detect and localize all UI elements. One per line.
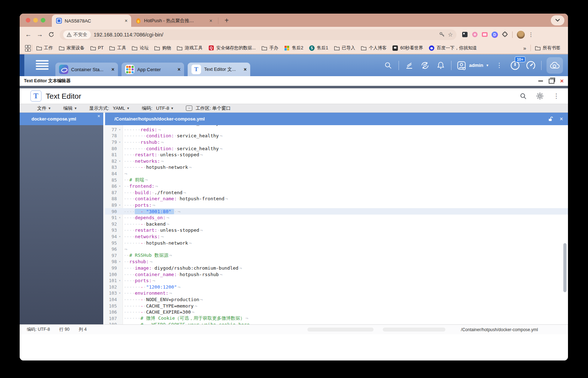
code-line-94[interactable]: 94▾····networks:¬ bbox=[105, 234, 568, 240]
backup-sync-icon[interactable] bbox=[420, 60, 430, 71]
code-line-100[interactable]: 100····container_name:·hotpush-rsshub¬ bbox=[105, 271, 568, 278]
menu-workspace[interactable]: ↔工作区: 单个窗口 bbox=[181, 105, 236, 112]
browser-tab-nas[interactable]: NAS5878AC × bbox=[52, 15, 131, 27]
line-number[interactable]: 94 bbox=[105, 234, 117, 239]
bookmarks-overflow-button[interactable]: » bbox=[520, 45, 529, 51]
pixel-extension-icon[interactable] bbox=[461, 31, 468, 38]
line-number[interactable]: 95 bbox=[105, 240, 117, 246]
code-line-89[interactable]: 89▾····ports:¬ bbox=[105, 202, 568, 208]
nas-tab-container-station[interactable]: Container Sta... × bbox=[55, 63, 118, 76]
close-window-button[interactable] bbox=[26, 18, 30, 23]
menu-file[interactable]: 文件▼ bbox=[32, 105, 56, 112]
fold-arrow-icon[interactable]: ▾ bbox=[117, 235, 123, 238]
line-number[interactable]: 104 bbox=[105, 297, 117, 302]
close-file-icon[interactable]: × bbox=[560, 116, 563, 122]
code-line-107[interactable]: 107······# 微博 Cookie（可选，用于获取更多微博数据）¬ bbox=[105, 315, 568, 321]
user-menu[interactable]: admin ▼ bbox=[456, 60, 489, 70]
bookmark-item[interactable]: 工作 bbox=[34, 44, 55, 52]
bookmark-item[interactable]: 已导入 bbox=[331, 44, 358, 52]
new-tab-button[interactable]: + bbox=[222, 16, 231, 25]
fold-arrow-icon[interactable]: ▾ bbox=[117, 141, 123, 144]
menu-display-mode[interactable]: 显示方式:YAML▼ bbox=[84, 105, 135, 112]
menu-encoding[interactable]: 编码:UTF-8▼ bbox=[137, 105, 179, 112]
fold-arrow-icon[interactable]: ▾ bbox=[117, 216, 123, 219]
menu-edit[interactable]: 编辑▼ bbox=[58, 105, 82, 112]
bookmark-star-icon[interactable]: ☆ bbox=[448, 31, 453, 38]
sidebar-file-tab[interactable]: docker-compose.yml × bbox=[20, 113, 103, 125]
browser-profile-avatar[interactable] bbox=[517, 31, 525, 39]
extensions-puzzle-icon[interactable] bbox=[501, 31, 508, 38]
line-number[interactable]: 85 bbox=[105, 177, 117, 183]
line-number[interactable]: 81 bbox=[105, 152, 117, 157]
fold-arrow-icon[interactable]: ▾ bbox=[117, 279, 123, 282]
close-tab-icon[interactable]: × bbox=[209, 18, 212, 24]
nas-tab-app-center[interactable]: App Center × bbox=[122, 63, 184, 76]
close-icon[interactable]: × bbox=[178, 67, 181, 72]
code-line-103[interactable]: 103▾····environment:¬ bbox=[105, 290, 568, 296]
more-options-icon[interactable]: ⋮ bbox=[494, 60, 505, 71]
maximize-icon[interactable] bbox=[549, 79, 554, 84]
code-line-101[interactable]: 101▾····ports:¬ bbox=[105, 278, 568, 284]
line-number[interactable]: 98 bbox=[105, 259, 117, 264]
bookmark-item[interactable]: 百度一下，你就知道 bbox=[426, 44, 480, 52]
file-path-tab[interactable]: /Container/hotpush/docker-compose.yml × bbox=[105, 113, 568, 125]
line-number[interactable]: 108 bbox=[105, 322, 117, 324]
line-number[interactable]: 92 bbox=[105, 221, 117, 227]
security-chip[interactable]: 不安全 bbox=[63, 30, 91, 39]
resource-monitor-icon[interactable]: 10+ bbox=[510, 60, 520, 71]
bookmark-item[interactable]: 手办 bbox=[259, 44, 281, 52]
bookmark-item[interactable]: S售后1 bbox=[306, 44, 331, 52]
editor-scrollbar-thumb[interactable] bbox=[563, 243, 567, 292]
unlock-icon[interactable] bbox=[548, 116, 553, 122]
line-number[interactable]: 87 bbox=[105, 190, 117, 195]
line-number[interactable]: 88 bbox=[105, 196, 117, 201]
close-icon[interactable]: × bbox=[560, 78, 564, 84]
fold-arrow-icon[interactable]: ▾ bbox=[117, 203, 123, 207]
editor-more-icon[interactable]: ⋮ bbox=[550, 90, 562, 102]
line-number[interactable]: 96 bbox=[105, 246, 117, 252]
code-line-108[interactable]: 108······# - WEIBO_COOKIE=your_weibo_coo… bbox=[105, 321, 568, 324]
code-line-97[interactable]: 97··# RSSHub 数据源¬ bbox=[105, 252, 568, 259]
bookmark-item[interactable]: PT bbox=[88, 44, 106, 52]
zoom-window-button[interactable] bbox=[41, 18, 45, 23]
bookmark-item[interactable]: 论坛 bbox=[129, 44, 151, 52]
bookmark-item[interactable]: 工具 bbox=[107, 44, 129, 52]
fold-arrow-icon[interactable]: ▾ bbox=[117, 159, 123, 163]
apps-grid-icon[interactable] bbox=[25, 45, 30, 51]
notifications-bell-icon[interactable] bbox=[435, 60, 446, 71]
bookmark-item[interactable]: 游戏工具 bbox=[174, 44, 205, 52]
line-number[interactable]: 102 bbox=[105, 284, 117, 290]
browser-menu-icon[interactable]: ⋮ bbox=[528, 31, 534, 38]
line-number[interactable]: 91 bbox=[105, 215, 117, 220]
code-line-77[interactable]: 77▾······redis:¬ bbox=[105, 127, 568, 133]
fold-arrow-icon[interactable]: ▾ bbox=[117, 185, 123, 188]
code-editor[interactable]: 76········condition:·service_healthy¬77▾… bbox=[105, 125, 568, 324]
forward-button[interactable]: → bbox=[35, 30, 45, 40]
url-text[interactable]: 192.168.100.114:7086/cgi-bin/ bbox=[94, 32, 436, 38]
myqnapcloud-icon[interactable] bbox=[547, 57, 563, 74]
all-bookmarks-button[interactable]: 所有书签 bbox=[532, 44, 563, 52]
code-line-91[interactable]: 91▾····depends_on:¬ bbox=[105, 215, 568, 221]
close-tab-icon[interactable]: × bbox=[125, 18, 128, 24]
code-line-80[interactable]: 80········condition:·service_healthy¬ bbox=[105, 145, 568, 152]
search-icon[interactable] bbox=[383, 60, 394, 71]
line-number[interactable]: 100 bbox=[105, 272, 117, 277]
code-line-82[interactable]: 82▾····networks:¬ bbox=[105, 158, 568, 165]
code-line-104[interactable]: 104······-·NODE_ENV=production¬ bbox=[105, 296, 568, 303]
code-line-90[interactable]: 90······-·"3001:80"··¬ bbox=[105, 208, 568, 215]
main-menu-icon[interactable] bbox=[36, 60, 49, 70]
minimize-window-button[interactable] bbox=[33, 18, 38, 23]
line-number[interactable]: 101 bbox=[105, 278, 117, 283]
flower-extension-icon[interactable] bbox=[471, 31, 478, 38]
line-number[interactable]: 103 bbox=[105, 290, 117, 296]
reload-button[interactable] bbox=[46, 30, 56, 40]
code-line-105[interactable]: 105······-·CACHE_TYPE=memory¬ bbox=[105, 303, 568, 309]
back-button[interactable]: ← bbox=[23, 30, 33, 40]
line-number[interactable]: 97 bbox=[105, 253, 117, 258]
fold-arrow-icon[interactable]: ▾ bbox=[117, 260, 123, 263]
code-line-86[interactable]: 86▾··frontend:¬ bbox=[105, 183, 568, 190]
line-number[interactable]: 107 bbox=[105, 316, 117, 321]
code-line-78[interactable]: 78········condition:·service_healthy¬ bbox=[105, 133, 568, 139]
code-line-84[interactable]: 84¬ bbox=[105, 171, 568, 177]
line-number[interactable]: 78 bbox=[105, 133, 117, 138]
